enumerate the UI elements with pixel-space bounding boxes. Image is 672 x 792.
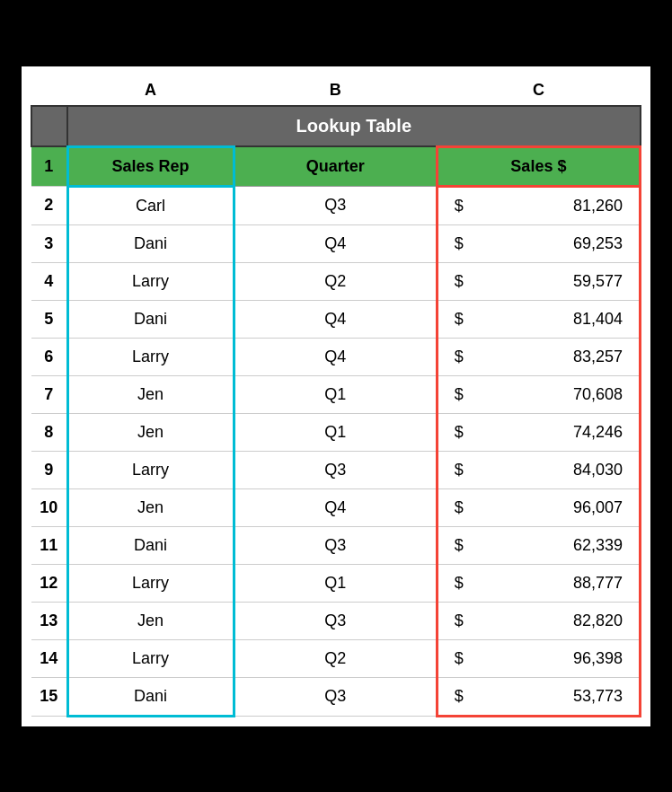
cell-quarter: Q1 bbox=[234, 413, 437, 451]
table-row: 8 Jen Q1 $74,246 bbox=[31, 413, 641, 451]
cell-sales: $83,257 bbox=[437, 338, 640, 375]
row-num: 5 bbox=[31, 300, 67, 338]
cell-quarter: Q4 bbox=[234, 224, 437, 262]
table-row: 5 Dani Q4 $81,404 bbox=[31, 300, 641, 338]
cell-rep: Dani bbox=[67, 526, 234, 564]
cell-sales: $62,339 bbox=[437, 526, 640, 564]
row-num: 11 bbox=[31, 526, 67, 564]
col-b-label: B bbox=[234, 75, 437, 106]
cell-quarter: Q4 bbox=[234, 488, 437, 526]
cell-quarter: Q4 bbox=[234, 300, 437, 338]
cell-sales: $84,030 bbox=[437, 451, 640, 488]
table-header-row: 1 Sales Rep Quarter Sales $ bbox=[31, 146, 641, 186]
table-row: 3 Dani Q4 $69,253 bbox=[31, 224, 641, 262]
row-num: 4 bbox=[31, 262, 67, 300]
table-row: 7 Jen Q1 $70,608 bbox=[31, 375, 641, 413]
table-row: 11 Dani Q3 $62,339 bbox=[31, 526, 641, 564]
table-row: 10 Jen Q4 $96,007 bbox=[31, 488, 641, 526]
cell-quarter: Q3 bbox=[234, 526, 437, 564]
row-num: 10 bbox=[31, 488, 67, 526]
cell-sales: $70,608 bbox=[437, 375, 640, 413]
cell-rep: Dani bbox=[67, 300, 234, 338]
row-num: 3 bbox=[31, 224, 67, 262]
cell-sales: $69,253 bbox=[437, 224, 640, 262]
table-title: Lookup Table bbox=[67, 106, 641, 147]
row-num: 12 bbox=[31, 564, 67, 602]
header-quarter: Quarter bbox=[234, 146, 437, 186]
cell-quarter: Q3 bbox=[234, 677, 437, 716]
table-row: 13 Jen Q3 $82,820 bbox=[31, 602, 641, 639]
row-num: 15 bbox=[31, 677, 67, 716]
table-row: 9 Larry Q3 $84,030 bbox=[31, 451, 641, 488]
cell-rep: Dani bbox=[67, 677, 234, 716]
title-row: Lookup Table bbox=[31, 106, 641, 147]
cell-quarter: Q3 bbox=[234, 451, 437, 488]
header-sales: Sales $ bbox=[437, 146, 640, 186]
cell-quarter: Q1 bbox=[234, 564, 437, 602]
cell-sales: $96,398 bbox=[437, 639, 640, 677]
cell-rep: Carl bbox=[67, 186, 234, 224]
table-row: 14 Larry Q2 $96,398 bbox=[31, 639, 641, 677]
row-num-1: 1 bbox=[31, 146, 67, 186]
cell-quarter: Q1 bbox=[234, 375, 437, 413]
cell-sales: $88,777 bbox=[437, 564, 640, 602]
row-num: 6 bbox=[31, 338, 67, 375]
spreadsheet: A B C Lookup Table 1 Sales Rep Quarter S… bbox=[22, 66, 650, 726]
table-row: 4 Larry Q2 $59,577 bbox=[31, 262, 641, 300]
cell-rep: Larry bbox=[67, 451, 234, 488]
cell-sales: $81,404 bbox=[437, 300, 640, 338]
column-letter-header-row: A B C bbox=[31, 75, 641, 106]
row-num: 13 bbox=[31, 602, 67, 639]
cell-quarter: Q2 bbox=[234, 262, 437, 300]
cell-quarter: Q3 bbox=[234, 602, 437, 639]
table-row: 6 Larry Q4 $83,257 bbox=[31, 338, 641, 375]
cell-quarter: Q4 bbox=[234, 338, 437, 375]
cell-rep: Larry bbox=[67, 564, 234, 602]
row-num: 14 bbox=[31, 639, 67, 677]
row-num: 9 bbox=[31, 451, 67, 488]
cell-rep: Jen bbox=[67, 375, 234, 413]
cell-sales: $81,260 bbox=[437, 186, 640, 224]
table-row: 15 Dani Q3 $53,773 bbox=[31, 677, 641, 716]
cell-rep: Dani bbox=[67, 224, 234, 262]
row-num: 2 bbox=[31, 186, 67, 224]
row-num: 7 bbox=[31, 375, 67, 413]
cell-sales: $74,246 bbox=[437, 413, 640, 451]
cell-rep: Larry bbox=[67, 262, 234, 300]
col-c-label: C bbox=[437, 75, 640, 106]
cell-rep: Jen bbox=[67, 602, 234, 639]
table-row: 2 Carl Q3 $81,260 bbox=[31, 186, 641, 224]
cell-sales: $96,007 bbox=[437, 488, 640, 526]
header-sales-rep: Sales Rep bbox=[67, 146, 234, 186]
cell-rep: Larry bbox=[67, 639, 234, 677]
cell-sales: $59,577 bbox=[437, 262, 640, 300]
cell-rep: Larry bbox=[67, 338, 234, 375]
cell-rep: Jen bbox=[67, 413, 234, 451]
row-num: 8 bbox=[31, 413, 67, 451]
table-row: 12 Larry Q1 $88,777 bbox=[31, 564, 641, 602]
cell-quarter: Q3 bbox=[234, 186, 437, 224]
corner-cell bbox=[31, 75, 67, 106]
cell-rep: Jen bbox=[67, 488, 234, 526]
cell-quarter: Q2 bbox=[234, 639, 437, 677]
col-a-label: A bbox=[67, 75, 234, 106]
cell-sales: $82,820 bbox=[437, 602, 640, 639]
cell-sales: $53,773 bbox=[437, 677, 640, 716]
